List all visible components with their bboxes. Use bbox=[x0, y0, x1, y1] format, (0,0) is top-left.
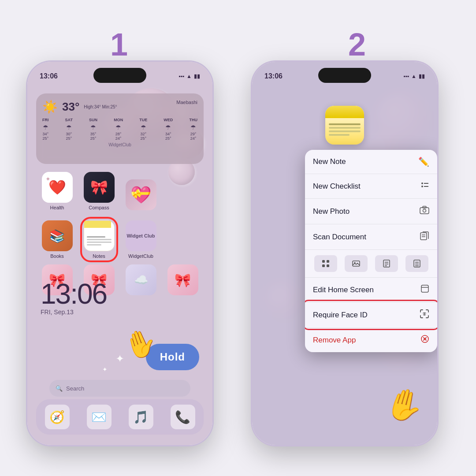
svg-rect-4 bbox=[420, 208, 429, 214]
battery-icon-p2: ▮▮ bbox=[419, 73, 425, 79]
remove-app-icon bbox=[420, 335, 429, 346]
bow-icon-3: 🎀 bbox=[167, 264, 198, 295]
high-thu: 29° bbox=[189, 132, 197, 136]
umbrella-sun: ☂ bbox=[89, 124, 97, 131]
widgetclub-weather-label: WidgetClub bbox=[42, 142, 197, 147]
time-phone1: 13:06 bbox=[40, 72, 58, 80]
widgetclub-app[interactable]: Widget Club WidgetClub bbox=[126, 220, 156, 259]
svg-rect-24 bbox=[421, 285, 428, 292]
sparkle-decor-1: ✦ bbox=[115, 353, 124, 365]
high-tue: 32° bbox=[139, 132, 147, 136]
weather-forecast: FRI ☂ 34° 25° SAT ☂ 30° 25° SUN ☂ 35 bbox=[42, 118, 197, 141]
umbrella-fri: ☂ bbox=[42, 124, 49, 131]
menu-item-face-id[interactable]: Require Face ID bbox=[305, 302, 437, 328]
books-icon: 📚 bbox=[42, 220, 73, 251]
menu-item-new-checklist[interactable]: New Checklist bbox=[305, 174, 437, 199]
scan-doc-icon bbox=[420, 231, 429, 243]
compass-icon: 🎀 bbox=[84, 172, 115, 203]
high-fri: 34° bbox=[42, 132, 49, 136]
weather-day-fri: FRI ☂ 34° 25° bbox=[42, 118, 49, 141]
phone2-background: 13:06 ▪▪▪ ▲ ▮▮ bbox=[252, 62, 437, 445]
menu-item-new-photo[interactable]: New Photo bbox=[305, 199, 437, 224]
notes-app[interactable]: Notes bbox=[84, 220, 115, 259]
dock-compass[interactable]: 🧭 bbox=[45, 405, 70, 429]
svg-point-2 bbox=[421, 186, 423, 187]
weather-widget[interactable]: Maebashi ☀️ 33° High:34° Min:25° FRI ☂ 3… bbox=[36, 93, 204, 164]
edit-home-label: Edit Home Screen bbox=[313, 286, 374, 294]
new-checklist-icon bbox=[420, 181, 429, 192]
weather-top: ☀️ 33° High:34° Min:25° bbox=[42, 100, 197, 114]
time-phone2: 13:06 bbox=[264, 72, 283, 80]
day-mon: MON bbox=[114, 118, 123, 122]
notes-highlight-ring bbox=[80, 217, 118, 262]
battery-icon: ▮▮ bbox=[194, 73, 200, 79]
search-text: Search bbox=[66, 385, 84, 392]
notes-yellow-top bbox=[325, 106, 364, 118]
svg-rect-11 bbox=[327, 260, 329, 263]
new-note-icon: ✏️ bbox=[418, 156, 429, 167]
context-menu: New Note ✏️ New Checklist bbox=[305, 150, 437, 352]
notes-lines-p2 bbox=[329, 123, 361, 136]
new-photo-label: New Photo bbox=[313, 207, 350, 216]
svg-rect-6 bbox=[423, 206, 426, 208]
dock-mail[interactable]: ✉️ bbox=[87, 405, 112, 429]
sparkle-decor-2: ✦ bbox=[102, 366, 108, 373]
compass-label: Compass bbox=[89, 205, 109, 210]
dock-music[interactable]: 🎵 bbox=[129, 405, 153, 429]
weather-day-sat: SAT ☂ 30° 25° bbox=[65, 118, 73, 141]
clock-widget: 13:06 FRI, Sep.13 bbox=[41, 278, 107, 316]
high-sat: 30° bbox=[65, 132, 73, 136]
svg-rect-7 bbox=[420, 233, 427, 240]
app-row-2: 📚 Books Notes bbox=[36, 220, 204, 259]
new-photo-icon bbox=[420, 205, 429, 217]
low-sat: 25° bbox=[65, 136, 73, 141]
status-icons-phone2: ▪▪▪ ▲ ▮▮ bbox=[403, 73, 425, 79]
menu-item-scan-doc[interactable]: Scan Document bbox=[305, 224, 437, 250]
share-doc-icon[interactable] bbox=[375, 255, 398, 272]
menu-item-remove-app[interactable]: Remove App bbox=[305, 328, 437, 352]
phone1-frame: 13:06 ▪▪▪ ▲ ▮▮ Maebashi ☀️ 33° High:34° … bbox=[27, 62, 212, 445]
dynamic-island-p2 bbox=[318, 68, 371, 83]
bow-app-3[interactable]: 🎀 bbox=[167, 264, 198, 295]
weather-sun-icon: ☀️ bbox=[42, 100, 58, 114]
menu-item-edit-home[interactable]: Edit Home Screen bbox=[305, 278, 437, 302]
health-icon: ✦ ❤️ bbox=[42, 172, 73, 203]
low-sun: 25° bbox=[89, 136, 97, 141]
umbrella-sat: ☂ bbox=[65, 124, 73, 131]
widgetclub-label: WidgetClub bbox=[128, 253, 153, 259]
icloud-app[interactable]: ☁️ bbox=[126, 264, 156, 295]
compass-app[interactable]: 🎀 Compass bbox=[84, 172, 115, 210]
step1-number: 1 bbox=[110, 26, 128, 63]
weather-day-tue: TUE ☂ 32° 25° bbox=[139, 118, 147, 141]
remove-app-label: Remove App bbox=[313, 336, 356, 345]
notes-p2-line-1 bbox=[329, 123, 361, 125]
books-emoji: 📚 bbox=[49, 229, 65, 243]
books-label: Books bbox=[50, 253, 64, 259]
health-label: Health bbox=[50, 205, 64, 210]
books-app[interactable]: 📚 Books bbox=[42, 220, 73, 259]
weather-day-thu: THU ☂ 29° 24° bbox=[189, 118, 197, 141]
share-grid-icon[interactable] bbox=[314, 255, 337, 272]
weather-day-wed: WED ☂ 34° 25° bbox=[164, 118, 173, 141]
day-thu: THU bbox=[189, 118, 197, 122]
notes-p2-line-2 bbox=[329, 127, 361, 129]
weather-temperature: 33° bbox=[62, 100, 79, 114]
new-note-label: New Note bbox=[313, 157, 346, 166]
phone1-background: 13:06 ▪▪▪ ▲ ▮▮ Maebashi ☀️ 33° High:34° … bbox=[27, 62, 212, 445]
menu-item-new-note[interactable]: New Note ✏️ bbox=[305, 150, 437, 174]
face-id-label: Require Face ID bbox=[313, 311, 368, 320]
umbrella-wed: ☂ bbox=[164, 124, 173, 131]
dock-phone[interactable]: 📞 bbox=[171, 405, 195, 429]
share-image-icon[interactable] bbox=[345, 255, 368, 272]
heart-widget-app: 💝 bbox=[126, 179, 156, 210]
health-app[interactable]: ✦ ❤️ Health bbox=[42, 172, 73, 210]
health-heart-icon: ❤️ bbox=[48, 179, 66, 196]
notes-app-icon-p2 bbox=[325, 106, 364, 145]
search-bar[interactable]: 🔍 Search bbox=[49, 380, 190, 397]
app-row-1: ✦ ❤️ Health 🎀 Compass 💝 bbox=[36, 172, 204, 210]
share-list-icon[interactable] bbox=[405, 255, 428, 272]
weather-high-low: High:34° Min:25° bbox=[84, 104, 117, 109]
low-fri: 25° bbox=[42, 136, 49, 141]
menu-share-row bbox=[305, 250, 437, 278]
umbrella-thu: ☂ bbox=[189, 124, 197, 131]
